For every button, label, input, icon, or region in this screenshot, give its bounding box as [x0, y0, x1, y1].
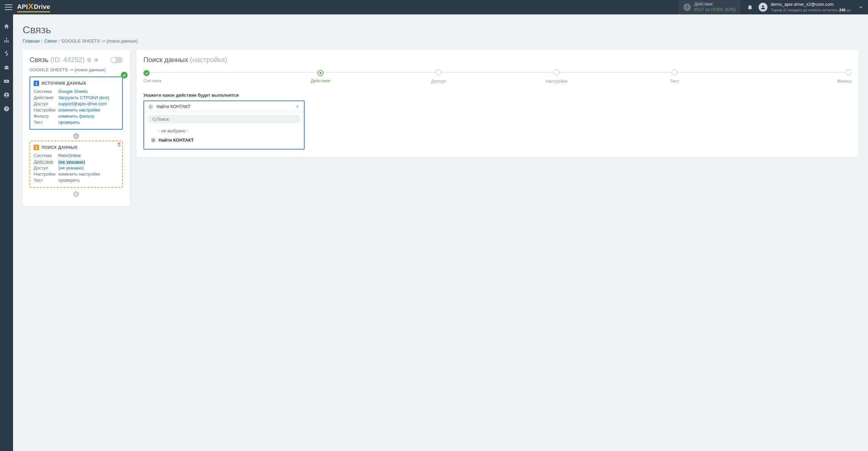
actions-label: Действия: [694, 2, 736, 7]
play-icon [151, 138, 156, 143]
svg-rect-1 [6, 38, 7, 39]
left-rail: ? [0, 14, 13, 216]
svg-marker-18 [153, 139, 154, 141]
user-tariff: Тариф |Стандарт| до оплаты осталось 245 … [771, 8, 851, 12]
chevron-up-icon [295, 104, 300, 109]
step-access[interactable]: Доступ [379, 69, 497, 84]
play-icon [148, 104, 153, 109]
connection-path: GOOGLE SHEETS -> (поиск данных) [30, 67, 123, 72]
check-icon [121, 72, 128, 79]
search-block[interactable]: 2 ПОИСК ДАННЫХ СистемаRemOnline Действие… [30, 141, 123, 188]
block2-title: ПОИСК ДАННЫХ [42, 145, 78, 150]
b1-test[interactable]: проверить [58, 120, 119, 125]
dropdown-selected-label: Найти КОНТАКТ [156, 104, 295, 109]
logo[interactable]: APIXDrive [17, 2, 50, 12]
step-dot-current [317, 70, 324, 76]
copy-icon[interactable] [87, 58, 92, 62]
b2-system[interactable]: RemOnline [58, 153, 119, 158]
block-num-2: 2 [34, 145, 39, 150]
search-icon [152, 117, 156, 122]
crumb-home[interactable]: Главная [23, 38, 39, 44]
user-icon[interactable] [3, 92, 10, 98]
enable-toggle[interactable] [110, 57, 123, 63]
dropdown-toggle[interactable]: Найти КОНТАКТ [144, 101, 304, 112]
hamburger-button[interactable] [5, 4, 12, 10]
step-test[interactable]: Тест [615, 69, 734, 84]
user-menu[interactable]: demo_apix-drive_s2@com.com Тариф |Станда… [759, 2, 863, 12]
source-block[interactable]: 1 ИСТОЧНИК ДАННЫХ СистемаGoogle Sheets Д… [30, 76, 123, 130]
dropdown-search[interactable] [148, 115, 301, 123]
check-icon [143, 70, 150, 76]
add-step-button-2[interactable]: + [73, 191, 79, 197]
svg-text:?: ? [5, 107, 8, 111]
add-step-button-1[interactable]: + [73, 133, 79, 139]
svg-rect-4 [8, 41, 9, 43]
b2-action[interactable]: (не указано) [58, 159, 119, 164]
user-email: demo_apix-drive_s2@com.com [771, 2, 851, 8]
bell-icon[interactable] [747, 4, 753, 10]
logo-drive: Drive [34, 3, 50, 11]
step-finish[interactable]: Финиш [734, 69, 852, 84]
logo-x: X [28, 2, 34, 11]
chevron-down-icon [858, 5, 863, 10]
crumb-links[interactable]: Связи [44, 38, 57, 44]
b1-system[interactable]: Google Sheets [58, 89, 119, 94]
dropdown-option-find-contact[interactable]: Найти КОНТАКТ [148, 135, 301, 145]
logo-api: API [17, 3, 28, 11]
page-title: Связь [23, 24, 858, 36]
gear-icon[interactable] [93, 58, 98, 62]
action-dropdown: Найти КОНТАКТ - не выбрано - Найти КОНТА… [143, 100, 305, 150]
b1-settings[interactable]: изменить настройки [58, 107, 119, 112]
panel-title: Поиск данных (настройка) [143, 56, 852, 64]
step-dot [845, 69, 852, 75]
home-icon[interactable] [3, 23, 10, 29]
briefcase-icon[interactable] [3, 64, 10, 71]
step-action[interactable]: Действие [261, 70, 379, 83]
actions-usage: 8'017 из 15'000 (53%) [694, 7, 736, 13]
dropdown-option-none[interactable]: - не выбрано - [148, 126, 301, 135]
svg-line-16 [155, 120, 156, 121]
search-input[interactable] [156, 117, 296, 122]
step-settings[interactable]: Настройки [497, 69, 615, 84]
b2-test[interactable]: проверить [58, 178, 119, 183]
b2-access[interactable]: (не указано) [58, 165, 119, 170]
info-icon: i [683, 3, 691, 11]
section-label: Укажите какое действие будет выполнятся [143, 93, 852, 98]
config-panel: Поиск данных (настройка) Система Действи… [137, 50, 858, 157]
svg-rect-11 [89, 59, 91, 61]
stepper: Система Действие Доступ Настройки Тест Ф… [143, 69, 852, 84]
b1-access[interactable]: support@apix-drive.com [58, 101, 119, 106]
svg-marker-14 [150, 106, 152, 107]
block1-title: ИСТОЧНИК ДАННЫХ [42, 81, 86, 86]
b1-action[interactable]: Загрузить СТРОКИ (все) [58, 95, 119, 100]
step-dot [671, 69, 678, 75]
actions-box[interactable]: i Действия: 8'017 из 15'000 (53%) [679, 0, 741, 14]
sitemap-icon[interactable] [3, 37, 10, 43]
svg-rect-3 [6, 41, 7, 43]
svg-point-0 [762, 5, 764, 7]
breadcrumb: Главная/Связи/GOOGLE SHEETS -> (поиск да… [23, 38, 858, 44]
svg-rect-2 [4, 41, 5, 43]
topbar: APIXDrive i Действия: 8'017 из 15'000 (5… [0, 0, 868, 14]
help-icon[interactable]: ? [3, 106, 10, 112]
connection-panel: Связь (ID: 44252) GOOGLE SHEETS -> (поис… [23, 50, 130, 206]
svg-point-8 [6, 94, 8, 95]
crumb-current: GOOGLE SHEETS -> (поиск данных) [61, 38, 138, 44]
connection-id: (ID: 44252) [48, 56, 85, 64]
svg-point-15 [153, 118, 155, 120]
youtube-icon[interactable] [3, 78, 10, 84]
b1-filter[interactable]: изменить фильтр [58, 114, 119, 119]
dollar-icon[interactable] [3, 51, 10, 57]
connection-title: Связь [30, 56, 48, 64]
step-dot [435, 69, 442, 75]
svg-rect-12 [87, 58, 90, 61]
b2-settings[interactable]: изменить настройки [58, 171, 119, 177]
step-dot [553, 69, 560, 75]
avatar-icon [759, 3, 767, 12]
step-system[interactable]: Система [143, 70, 261, 83]
main: Связь Главная/Связи/GOOGLE SHEETS -> (по… [13, 14, 868, 216]
block-num-1: 1 [34, 81, 39, 86]
